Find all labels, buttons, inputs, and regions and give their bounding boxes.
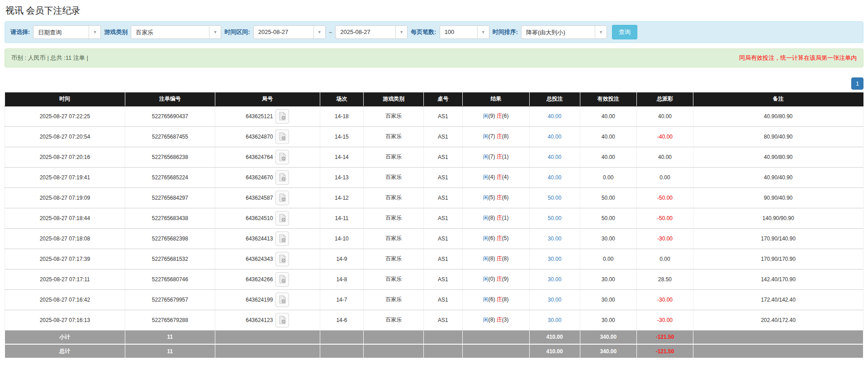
date-from-select[interactable]: 2025-08-27 ▼ bbox=[253, 25, 326, 39]
per-page-select[interactable]: 100 ▼ bbox=[440, 25, 489, 39]
cell-remark: 142.40/170.90 bbox=[693, 269, 863, 289]
replay-button[interactable] bbox=[275, 150, 289, 164]
chevron-down-icon: ▼ bbox=[89, 26, 100, 38]
replay-button[interactable] bbox=[275, 252, 289, 266]
page: 视讯 会员下注纪录 请选择: 日期查询 ▼ 游戏类别 百家乐 ▼ 时间区间: 2… bbox=[0, 0, 868, 359]
table-row: 2025-08-27 07:19:41 522765685224 6436246… bbox=[5, 167, 863, 187]
cell-valid-bet: 0.00 bbox=[580, 249, 636, 269]
cell-remark: 40.90/40.90 bbox=[693, 167, 863, 187]
game-type-label: 游戏类别 bbox=[104, 28, 128, 36]
total-bet-link[interactable]: 40.00 bbox=[548, 174, 561, 181]
time-sort-select[interactable]: 降幂(由大到小) ▼ bbox=[521, 25, 607, 39]
page-title: 视讯 会员下注纪录 bbox=[5, 5, 863, 17]
cell-game: 百家乐 bbox=[364, 106, 424, 126]
replay-button[interactable] bbox=[275, 130, 289, 144]
result-banker: 庄(5) bbox=[497, 235, 509, 241]
cell-table-no: AS1 bbox=[424, 106, 462, 126]
round-id: 643624266 bbox=[246, 276, 273, 283]
cell-bet-id: 522765687455 bbox=[125, 126, 215, 147]
game-type-select[interactable]: 百家乐 ▼ bbox=[131, 25, 221, 39]
video-replay-icon bbox=[279, 255, 286, 263]
col-result: 结果 bbox=[462, 92, 529, 106]
cell-bet-id: 522765679957 bbox=[125, 289, 215, 310]
col-session: 场次 bbox=[320, 92, 364, 106]
cell-table-no: AS1 bbox=[424, 310, 462, 330]
result-player: 闲(8) bbox=[483, 317, 495, 323]
total-bet-link[interactable]: 50.00 bbox=[548, 195, 561, 201]
result-player: 闲(6) bbox=[483, 235, 495, 241]
total-bet-link[interactable]: 30.00 bbox=[548, 297, 561, 303]
cell-game: 百家乐 bbox=[364, 167, 424, 187]
video-replay-icon bbox=[279, 132, 286, 141]
table-row: 2025-08-27 07:20:16 522765686238 6436247… bbox=[5, 147, 863, 167]
replay-button[interactable] bbox=[275, 211, 289, 226]
chevron-down-icon: ▼ bbox=[477, 26, 489, 38]
total-bet-link[interactable]: 40.00 bbox=[548, 154, 561, 160]
total-bet-link[interactable]: 50.00 bbox=[548, 215, 561, 221]
cell-table-no: AS1 bbox=[424, 269, 462, 289]
cell-valid-bet: 0.00 bbox=[580, 167, 636, 187]
chevron-down-icon: ▼ bbox=[209, 26, 221, 38]
cell-time: 2025-08-27 07:19:41 bbox=[5, 167, 125, 187]
replay-button[interactable] bbox=[275, 272, 289, 287]
round-id: 643624870 bbox=[246, 134, 273, 140]
round-id: 643624510 bbox=[246, 215, 273, 221]
cell-time: 2025-08-27 07:17:11 bbox=[5, 269, 125, 289]
query-type-select[interactable]: 日期查询 ▼ bbox=[33, 25, 101, 39]
total-count: 11 bbox=[125, 344, 215, 358]
cell-valid-bet: 30.00 bbox=[580, 289, 636, 310]
result-player: 闲(8) bbox=[483, 255, 495, 262]
query-button[interactable]: 查询 bbox=[612, 25, 637, 39]
total-bet-link[interactable]: 30.00 bbox=[548, 276, 561, 283]
summary-bar: 币别 : 人民币 | 总共 :11 注单 | 同局有效投注，统一计算在该局第一张… bbox=[5, 48, 863, 67]
replay-button[interactable] bbox=[275, 293, 289, 307]
round-cell: 643624764 bbox=[215, 150, 320, 164]
table-row: 2025-08-27 07:20:54 522765687455 6436248… bbox=[5, 126, 863, 147]
cell-payout: -30.00 bbox=[636, 310, 693, 330]
time-sort-label: 时间排序: bbox=[493, 28, 518, 36]
page-1-button[interactable]: 1 bbox=[851, 77, 863, 90]
cell-table-no: AS1 bbox=[424, 147, 462, 167]
cell-valid-bet: 30.00 bbox=[580, 269, 636, 289]
cell-table-no: AS1 bbox=[424, 187, 462, 208]
cell-remark: 40.90/80.90 bbox=[693, 106, 863, 126]
result-player: 闲(7) bbox=[483, 133, 495, 139]
cell-table-no: AS1 bbox=[424, 167, 462, 187]
total-bet-link[interactable]: 40.00 bbox=[548, 134, 561, 140]
table-row: 2025-08-27 07:17:39 522765681532 6436243… bbox=[5, 249, 863, 269]
replay-button[interactable] bbox=[275, 231, 289, 246]
subtotal-payout: -121.50 bbox=[636, 330, 693, 344]
cell-table-no: AS1 bbox=[424, 289, 462, 310]
cell-game: 百家乐 bbox=[364, 269, 424, 289]
total-label: 总计 bbox=[5, 344, 125, 358]
total-bet-link[interactable]: 30.00 bbox=[548, 256, 561, 262]
result-banker: 庄(8) bbox=[497, 133, 509, 139]
total-bet-link[interactable]: 30.00 bbox=[548, 317, 561, 323]
col-time: 时间 bbox=[5, 92, 125, 106]
cell-game: 百家乐 bbox=[364, 249, 424, 269]
cell-payout: 0.00 bbox=[636, 167, 693, 187]
video-replay-icon bbox=[279, 214, 286, 222]
cell-game: 百家乐 bbox=[364, 208, 424, 228]
result-player: 闲(9) bbox=[483, 113, 495, 119]
round-id: 643625121 bbox=[246, 113, 273, 120]
notice-text: 同局有效投注，统一计算在该局第一张注单内 bbox=[739, 54, 857, 62]
total-bet-link[interactable]: 30.00 bbox=[548, 235, 561, 242]
table-row: 2025-08-27 07:18:44 522765683438 6436245… bbox=[5, 208, 863, 228]
cell-session: 14-14 bbox=[320, 147, 364, 167]
result-banker: 庄(3) bbox=[497, 317, 509, 323]
replay-button[interactable] bbox=[275, 191, 289, 205]
cell-game: 百家乐 bbox=[364, 228, 424, 249]
video-replay-icon bbox=[279, 234, 286, 243]
result-banker: 庄(1) bbox=[497, 215, 509, 221]
replay-button[interactable] bbox=[275, 170, 289, 185]
replay-button[interactable] bbox=[275, 313, 289, 327]
cell-bet-id: 522765682398 bbox=[125, 228, 215, 249]
currency-total-text: 币别 : 人民币 | 总共 :11 注单 | bbox=[11, 54, 88, 62]
cell-bet-id: 522765686238 bbox=[125, 147, 215, 167]
video-replay-icon bbox=[279, 316, 286, 324]
date-to-select[interactable]: 2025-08-27 ▼ bbox=[335, 25, 408, 39]
result-player: 闲(7) bbox=[483, 154, 495, 160]
total-bet-link[interactable]: 40.00 bbox=[548, 113, 561, 120]
replay-button[interactable] bbox=[275, 109, 289, 124]
